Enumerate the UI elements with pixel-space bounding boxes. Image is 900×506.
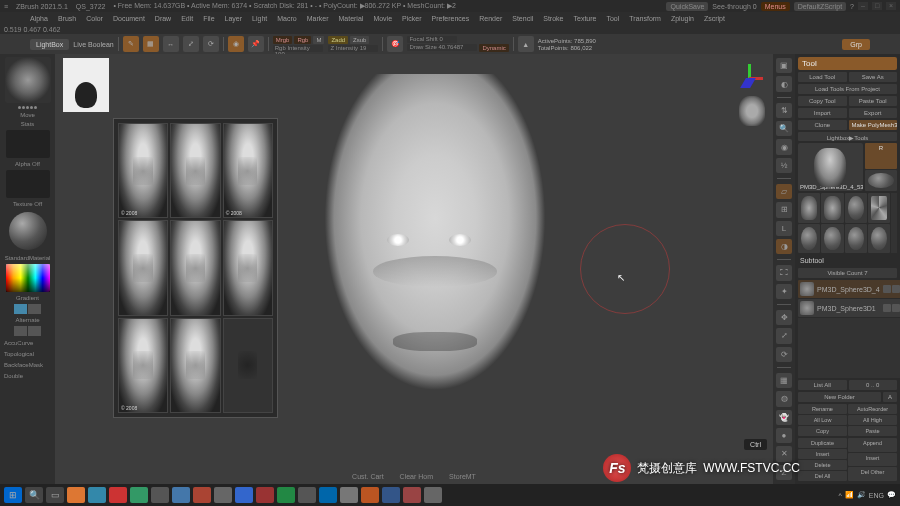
ref-image[interactable]	[118, 220, 168, 315]
new-folder-button[interactable]: New Folder	[798, 392, 881, 402]
app-icon[interactable]	[172, 487, 190, 503]
draw-mode-button[interactable]: ▦	[143, 36, 159, 52]
tray-chevron-icon[interactable]: ^	[839, 492, 842, 499]
ref-image[interactable]	[118, 318, 168, 413]
ref-image[interactable]	[118, 123, 168, 218]
double-toggle[interactable]: Double	[2, 372, 53, 380]
tray-wifi-icon[interactable]: 📶	[845, 491, 854, 499]
texture-slot[interactable]	[6, 170, 50, 198]
menu-color[interactable]: Color	[86, 15, 103, 22]
tool-thumb[interactable]	[868, 224, 890, 254]
solo-button[interactable]: ●	[776, 428, 792, 443]
r-button[interactable]: R	[865, 143, 897, 169]
tool-thumb[interactable]	[821, 224, 843, 254]
xpose-button[interactable]: ✦	[776, 284, 792, 299]
menu-preferences[interactable]: Preferences	[432, 15, 470, 22]
accucurve-toggle[interactable]: AccuCurve	[2, 339, 53, 347]
menu-draw[interactable]: Draw	[155, 15, 171, 22]
menu-zscript[interactable]: Zscript	[704, 15, 725, 22]
duplicate-button[interactable]: Duplicate	[798, 438, 847, 448]
tray-lang-icon[interactable]: ENG	[869, 492, 884, 499]
ghost-button[interactable]: 👻	[776, 410, 792, 425]
autoreorder-button[interactable]: AutoReorder	[848, 404, 897, 414]
rotate-nav-button[interactable]: ⟳	[776, 347, 792, 362]
color-picker[interactable]	[6, 264, 50, 292]
subtool-item[interactable]: PM3D_Sphere3D1	[798, 299, 900, 317]
menu-macro[interactable]: Macro	[277, 15, 296, 22]
document-thumbnail[interactable]	[63, 58, 109, 112]
tray-volume-icon[interactable]: 🔊	[857, 491, 866, 499]
subtool-header[interactable]: Subtool	[798, 255, 897, 266]
layout-dropdown[interactable]: DefaultZScript	[794, 2, 846, 11]
rename-button[interactable]: Rename	[798, 404, 847, 414]
simple-brush-slot[interactable]	[865, 170, 897, 192]
dynamic-toggle[interactable]: Dynamic	[479, 44, 508, 52]
menu-zplugin[interactable]: Zplugin	[671, 15, 694, 22]
store-mt-button[interactable]: StoreMT	[449, 473, 476, 480]
cust-cart-button[interactable]: Cust. Cart	[352, 473, 384, 480]
zadd-toggle[interactable]: Zadd	[328, 36, 348, 44]
menu-stroke[interactable]: Stroke	[543, 15, 563, 22]
topological-toggle[interactable]: Topological	[2, 350, 53, 358]
ref-image[interactable]	[223, 220, 273, 315]
stroke-dots-icon[interactable]	[18, 106, 37, 109]
lightbox-button[interactable]: LightBox	[30, 39, 69, 50]
rotate-mode-button[interactable]: ⟳	[203, 36, 219, 52]
gizmo-button[interactable]: ◉	[228, 36, 244, 52]
floor-button[interactable]: ⊞	[776, 202, 792, 217]
menu-transform[interactable]: Transform	[629, 15, 661, 22]
paint-icon[interactable]	[892, 285, 900, 293]
tool-thumb[interactable]	[798, 193, 820, 223]
make-polymesh-button[interactable]: Make PolyMesh3D	[849, 120, 898, 130]
lsym-button[interactable]: ◑	[776, 239, 792, 254]
import-button[interactable]: Import	[798, 108, 847, 118]
ref-image[interactable]	[170, 220, 220, 315]
tool-thumb[interactable]	[845, 224, 867, 254]
focal-shift-slider[interactable]: Focal Shift 0	[407, 36, 457, 43]
move-mode-button[interactable]: ↔	[163, 36, 179, 52]
app-icon[interactable]	[298, 487, 316, 503]
camera-preview-head[interactable]	[739, 96, 765, 126]
z-intensity-slider[interactable]: Z Intensity 19	[328, 45, 378, 52]
tool-thumb[interactable]	[821, 193, 843, 223]
app-icon[interactable]	[382, 487, 400, 503]
app-icon[interactable]	[109, 487, 127, 503]
polyf-button[interactable]: ▦	[776, 373, 792, 388]
scale-nav-button[interactable]: ⤢	[776, 328, 792, 343]
app-icon[interactable]	[361, 487, 379, 503]
mrgb-toggle[interactable]: Mrgb	[273, 36, 293, 44]
taskview-icon[interactable]: ▭	[46, 487, 64, 503]
grp-button[interactable]: Grp	[842, 39, 870, 50]
frame-button[interactable]: ⛶	[776, 265, 792, 280]
swatch-main[interactable]	[14, 304, 27, 314]
a-button[interactable]: A	[883, 392, 897, 402]
start-button[interactable]: ⊞	[4, 487, 22, 503]
alpha-slot[interactable]	[6, 130, 50, 158]
menu-edit[interactable]: Edit	[181, 15, 193, 22]
tool-thumb[interactable]	[798, 224, 820, 254]
search-icon[interactable]: 🔍	[25, 487, 43, 503]
menu-brush[interactable]: Brush	[58, 15, 76, 22]
gradient-label[interactable]: Gradient	[16, 295, 39, 301]
sculpt-mesh[interactable]	[295, 74, 575, 454]
app-icon[interactable]	[424, 487, 442, 503]
clone-button[interactable]: Clone	[798, 120, 847, 130]
draw-size-slider[interactable]: Draw Size 40.76487	[407, 44, 477, 51]
ref-image[interactable]	[170, 318, 220, 413]
load-from-project-button[interactable]: Load Tools From Project	[798, 84, 897, 94]
selected-tool-preview[interactable]: PM3D_Sphere3D_4_53	[798, 143, 863, 191]
close-button[interactable]: ×	[886, 2, 896, 10]
menu-texture[interactable]: Texture	[573, 15, 596, 22]
range-field[interactable]: 0 .. 0	[849, 380, 898, 390]
menu-layer[interactable]: Layer	[225, 15, 243, 22]
menu-stencil[interactable]: Stencil	[512, 15, 533, 22]
app-icon[interactable]	[130, 487, 148, 503]
app-icon[interactable]	[193, 487, 211, 503]
paint-icon[interactable]	[892, 304, 900, 312]
export-button[interactable]: Export	[849, 108, 898, 118]
menu-light[interactable]: Light	[252, 15, 267, 22]
subtool-item[interactable]: PM3D_Sphere3D_4	[798, 280, 900, 298]
scale-mode-button[interactable]: ⤢	[183, 36, 199, 52]
app-icon[interactable]	[67, 487, 85, 503]
focal-icon[interactable]: 🎯	[387, 36, 403, 52]
